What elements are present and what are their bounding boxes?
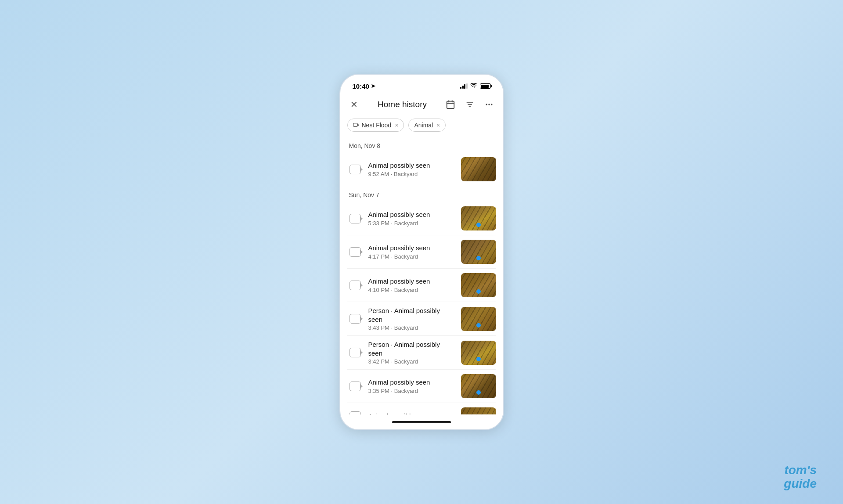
status-time: 10:40 ➤ (353, 83, 375, 90)
event-camera-icon (347, 277, 363, 293)
home-bar (392, 421, 451, 423)
signal-icon (460, 83, 468, 89)
app-header: ✕ Home history (340, 94, 503, 117)
watermark-line1: tom's (784, 463, 817, 477)
event-subtitle: 4:10 PM · Backyard (368, 287, 456, 293)
event-info: Animal possibly seen 4:10 PM · Backyard (368, 277, 456, 293)
location-arrow-icon: ➤ (371, 83, 375, 89)
video-camera-icon (349, 314, 361, 324)
filter-row: Nest Flood × Animal × (340, 117, 503, 137)
filter-button[interactable] (463, 97, 477, 112)
event-item[interactable]: Person · Animal possibly seen 3:42 PM · … (340, 336, 503, 369)
event-item[interactable]: Animal possibly seen 3:35 PM · Backyard (340, 370, 503, 403)
event-title: Animal possibly seen (368, 161, 456, 170)
filter-chip-animal[interactable]: Animal × (408, 119, 446, 132)
event-thumbnail (461, 240, 496, 264)
video-camera-icon (349, 411, 361, 414)
event-subtitle: 4:17 PM · Backyard (368, 253, 456, 260)
event-camera-icon (347, 345, 363, 360)
status-bar: 10:40 ➤ (340, 75, 503, 94)
calendar-button[interactable] (443, 97, 458, 112)
section-header-sun: Sun, Nov 7 (340, 186, 503, 202)
watermark-line2: guide (784, 477, 817, 490)
event-camera-icon (347, 162, 363, 177)
event-subtitle: 3:42 PM · Backyard (368, 358, 456, 365)
svg-rect-0 (447, 101, 454, 109)
more-button[interactable] (482, 97, 496, 112)
event-title: Person · Animal possibly seen (368, 340, 456, 357)
close-icon: ✕ (350, 99, 358, 110)
event-title: Animal possibly seen (368, 244, 456, 252)
event-thumbnail (461, 341, 496, 365)
event-item[interactable]: Person · Animal possibly seen 3:43 PM · … (340, 302, 503, 335)
event-item[interactable]: Animal possibly seen 4:17 PM · Backyard (340, 235, 503, 268)
event-item[interactable]: Animal possibly seen 9:52 AM · Backyard (340, 153, 503, 186)
close-button[interactable]: ✕ (347, 97, 361, 112)
event-info: Animal possibly seen 5:33 PM · Backyard (368, 210, 456, 227)
event-info: Animal possibly seen 4:17 PM · Backyard (368, 244, 456, 260)
section-header-mon: Mon, Nov 8 (340, 137, 503, 153)
filter-chip-nest-flood[interactable]: Nest Flood × (347, 119, 404, 132)
event-camera-icon (347, 378, 363, 394)
event-camera-icon (347, 211, 363, 227)
svg-point-8 (488, 104, 490, 105)
event-info: Animal possibly seen 3:35 PM · Backyard (368, 378, 456, 394)
header-actions (443, 97, 496, 112)
svg-point-9 (491, 104, 492, 105)
status-icons (460, 83, 491, 90)
event-thumbnail (461, 307, 496, 331)
event-title: Person · Animal possibly seen (368, 306, 456, 324)
svg-point-7 (486, 104, 487, 105)
event-subtitle: 9:52 AM · Backyard (368, 171, 456, 177)
event-info: Person · Animal possibly seen 3:42 PM · … (368, 340, 456, 365)
event-title: Animal possibly seen (368, 378, 456, 387)
svg-rect-10 (353, 123, 357, 126)
event-thumbnail (461, 273, 496, 297)
event-camera-icon (347, 244, 363, 260)
phone-frame: 10:40 ➤ ✕ (339, 74, 504, 430)
filter-label-animal: Animal (414, 122, 433, 129)
time-display: 10:40 (353, 83, 369, 90)
event-info: Animal possibly seen 9:52 AM · Backyard (368, 161, 456, 177)
filter-close-animal[interactable]: × (436, 122, 440, 129)
events-scroll[interactable]: Mon, Nov 8 Animal possibly seen 9:52 AM … (340, 137, 503, 414)
event-camera-icon (347, 408, 363, 414)
event-title: Animal possibly seen (368, 210, 456, 219)
event-subtitle: 3:35 PM · Backyard (368, 388, 456, 394)
event-thumbnail (461, 157, 496, 181)
video-camera-icon (349, 247, 361, 257)
event-thumbnail (461, 407, 496, 414)
page-title: Home history (361, 100, 443, 109)
battery-icon (480, 83, 491, 89)
video-camera-icon (349, 281, 361, 290)
event-camera-icon (347, 311, 363, 327)
wifi-icon (470, 83, 477, 90)
video-camera-icon (349, 382, 361, 391)
camera-chip-icon (353, 122, 359, 129)
event-item[interactable]: Animal possibly seen 5:33 PM · Backyard (340, 202, 503, 235)
event-thumbnail (461, 206, 496, 230)
home-indicator (340, 414, 503, 429)
watermark: tom's guide (784, 464, 817, 491)
event-item[interactable]: Animal possibly seen (340, 403, 503, 414)
event-subtitle: 5:33 PM · Backyard (368, 220, 456, 227)
filter-close-nest-flood[interactable]: × (395, 122, 398, 129)
filter-label-nest-flood: Nest Flood (362, 122, 392, 129)
event-thumbnail (461, 374, 496, 398)
video-camera-icon (349, 165, 361, 174)
video-camera-icon (349, 214, 361, 223)
event-title: Animal possibly seen (368, 277, 456, 286)
video-camera-icon (349, 348, 361, 357)
event-item[interactable]: Animal possibly seen 4:10 PM · Backyard (340, 269, 503, 302)
event-info: Person · Animal possibly seen 3:43 PM · … (368, 306, 456, 331)
event-subtitle: 3:43 PM · Backyard (368, 324, 456, 331)
